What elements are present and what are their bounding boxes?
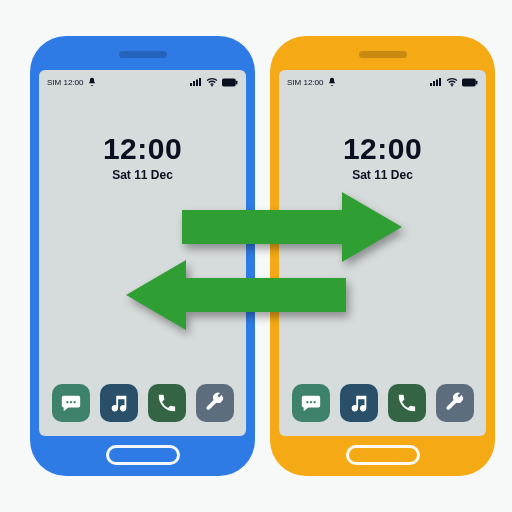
svg-point-14 [451,85,453,87]
wrench-icon [204,392,226,414]
lock-screen-clock: 12:00 Sat 11 Dec [279,132,486,182]
battery-icon [462,78,478,87]
svg-rect-3 [199,78,201,86]
svg-rect-1 [193,81,195,86]
transfer-illustration: SIM 12:00 12:00 Sat 11 Dec [0,0,512,512]
music-app[interactable] [340,384,378,422]
sim-label: SIM 12:00 [287,78,323,87]
bell-icon [87,77,97,87]
wrench-icon [444,392,466,414]
tools-app[interactable] [196,384,234,422]
svg-rect-10 [430,83,432,86]
app-dock [279,372,486,436]
status-bar: SIM 12:00 [279,70,486,90]
speaker-slot [119,51,167,58]
chat-icon [300,392,322,414]
clock-time: 12:00 [39,132,246,166]
music-note-icon [348,392,370,414]
clock-date: Sat 11 Dec [39,168,246,182]
svg-point-17 [306,401,308,403]
svg-rect-2 [196,80,198,87]
svg-rect-5 [222,78,236,86]
tools-app[interactable] [436,384,474,422]
lock-screen-clock: 12:00 Sat 11 Dec [39,132,246,182]
svg-point-4 [211,85,213,87]
wifi-icon [446,77,458,87]
home-button[interactable] [346,445,420,465]
phone-left: SIM 12:00 12:00 Sat 11 Dec [30,36,255,476]
phone-right: SIM 12:00 12:00 Sat 11 Dec [270,36,495,476]
svg-rect-12 [436,80,438,87]
chat-icon [60,392,82,414]
signal-icon [430,77,442,87]
phone-app[interactable] [388,384,426,422]
svg-point-8 [69,401,71,403]
svg-point-7 [66,401,68,403]
music-app[interactable] [100,384,138,422]
svg-point-19 [313,401,315,403]
svg-rect-15 [462,78,476,86]
home-button[interactable] [106,445,180,465]
phone-handset-icon [156,392,178,414]
wifi-icon [206,77,218,87]
phone-left-screen: SIM 12:00 12:00 Sat 11 Dec [39,70,246,436]
svg-rect-13 [439,78,441,86]
phone-handset-icon [396,392,418,414]
app-dock [39,372,246,436]
messages-app[interactable] [52,384,90,422]
sim-label: SIM 12:00 [47,78,83,87]
phone-app[interactable] [148,384,186,422]
status-bar: SIM 12:00 [39,70,246,90]
svg-rect-0 [190,83,192,86]
clock-date: Sat 11 Dec [279,168,486,182]
svg-point-18 [309,401,311,403]
svg-rect-16 [476,80,478,83]
speaker-slot [359,51,407,58]
svg-rect-11 [433,81,435,86]
svg-point-9 [73,401,75,403]
battery-icon [222,78,238,87]
messages-app[interactable] [292,384,330,422]
bell-icon [327,77,337,87]
svg-rect-6 [236,80,238,83]
signal-icon [190,77,202,87]
music-note-icon [108,392,130,414]
clock-time: 12:00 [279,132,486,166]
phone-right-screen: SIM 12:00 12:00 Sat 11 Dec [279,70,486,436]
